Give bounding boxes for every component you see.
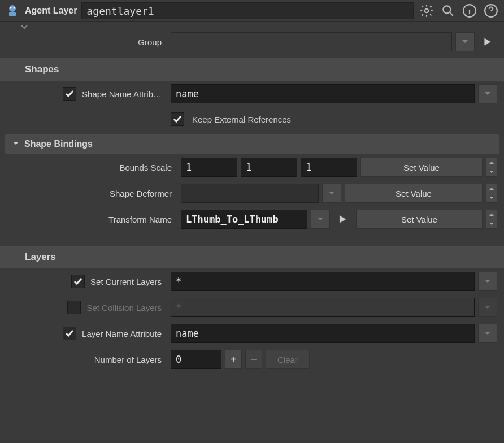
menu-chevron-icon[interactable] [0,22,504,29]
shape-deformer-row: Shape Deformer Set Value [10,180,504,206]
svg-rect-1 [9,12,16,16]
node-name-input[interactable] [81,2,414,19]
layer-name-attr-row: Layer Name Attribute [0,320,504,346]
keep-external-row: Keep External References [0,107,504,132]
transform-name-jump-icon[interactable] [333,210,353,229]
bounds-scale-label: Bounds Scale [119,163,172,172]
shape-name-attr-label: Shape Name Attrib… [82,89,162,99]
shape-deformer-dropdown[interactable] [322,184,341,203]
set-current-layers-checkbox[interactable] [71,275,85,288]
gear-icon[interactable] [418,2,435,19]
shape-deformer-label: Shape Deformer [110,189,172,198]
header-bar: Agent Layer [0,0,504,22]
shapes-section-header: Shapes [0,58,504,81]
number-of-layers-clear: Clear [266,350,310,369]
search-icon[interactable] [440,2,457,19]
help-icon[interactable] [483,2,499,19]
bounds-scale-set-value[interactable]: Set Value [360,158,483,177]
bounds-scale-row: Bounds Scale Set Value [10,154,504,180]
number-of-layers-minus: − [245,350,262,369]
group-row: Group [0,29,504,55]
shape-bindings-header[interactable]: Shape Bindings [5,134,499,154]
layer-name-attr-label: Layer Name Attribute [82,329,162,338]
transform-name-set-value[interactable]: Set Value [356,210,483,229]
set-current-layers-dropdown[interactable] [478,272,497,291]
shape-name-attr-input[interactable] [171,84,475,103]
set-collision-layers-row: Set Collision Layers [0,294,504,320]
node-title: Agent Layer [25,6,77,16]
transform-name-dropdown[interactable] [311,210,330,229]
bounds-scale-z[interactable] [301,158,357,177]
disclosure-triangle-icon [12,141,20,147]
transform-name-value: LThumb_To_LThumb [181,214,307,225]
transform-name-label: Transform Name [108,215,172,224]
group-dropdown[interactable] [455,32,475,51]
layer-name-attr-checkbox[interactable] [63,327,76,340]
layer-name-attr-dropdown[interactable] [478,324,497,343]
set-current-layers-row: Set Current Layers [0,268,504,294]
svg-point-4 [425,9,429,13]
set-collision-layers-input [171,298,475,317]
shape-name-attr-checkbox[interactable] [63,87,76,101]
group-jump-icon[interactable] [478,32,497,51]
svg-point-3 [14,7,15,9]
shape-bindings-title: Shape Bindings [24,139,93,149]
group-label: Group [138,37,162,47]
group-input[interactable] [171,32,452,51]
set-current-layers-input[interactable] [171,272,475,291]
node-icon [5,3,20,19]
number-of-layers-row: Number of Layers + − Clear [0,346,504,372]
layer-name-attr-input[interactable] [171,324,475,343]
svg-point-2 [10,7,12,9]
bounds-scale-y[interactable] [241,158,297,177]
set-current-layers-label: Set Current Layers [90,277,162,286]
shape-deformer-spinner[interactable] [486,184,497,203]
keep-external-label: Keep External References [192,115,291,124]
number-of-layers-label: Number of Layers [94,355,162,364]
layers-section-header: Layers [0,246,504,268]
transform-name-input[interactable]: LThumb_To_LThumb [181,210,307,229]
transform-name-row: Transform Name LThumb_To_LThumb Set Valu… [10,206,504,232]
svg-point-0 [9,5,16,12]
number-of-layers-input[interactable] [171,350,221,369]
svg-point-5 [443,6,450,13]
info-icon[interactable] [461,2,478,19]
bounds-scale-spinner[interactable] [486,158,497,177]
set-collision-layers-dropdown [478,298,497,317]
shape-name-attr-row: Shape Name Attrib… [0,81,504,107]
keep-external-checkbox[interactable] [171,112,184,126]
number-of-layers-plus[interactable]: + [225,350,242,369]
shape-deformer-input[interactable] [181,184,319,203]
set-collision-layers-checkbox[interactable] [67,301,81,314]
transform-name-spinner[interactable] [486,210,497,229]
set-collision-layers-label: Set Collision Layers [86,303,162,312]
shape-name-attr-dropdown[interactable] [478,84,497,103]
shape-deformer-set-value[interactable]: Set Value [345,184,483,203]
bounds-scale-x[interactable] [181,158,237,177]
